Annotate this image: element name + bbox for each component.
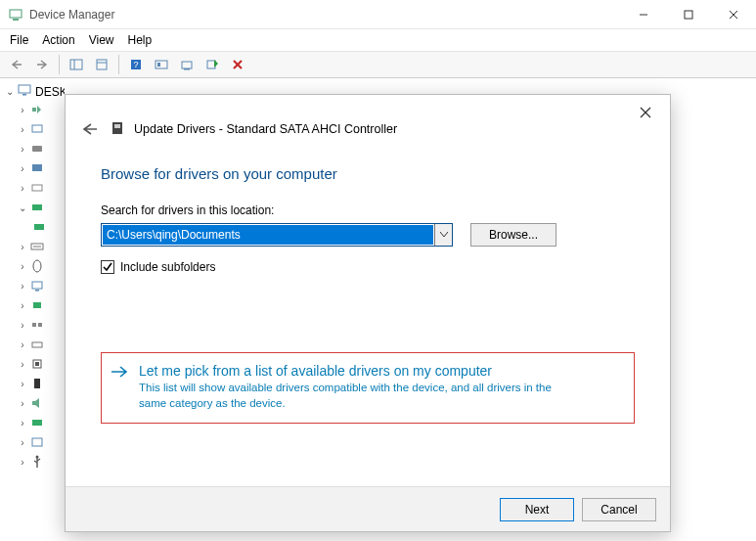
tree-item[interactable]: › xyxy=(18,355,65,373)
tree-item[interactable]: ⌄ xyxy=(18,199,65,216)
svg-rect-25 xyxy=(32,185,42,191)
svg-rect-39 xyxy=(34,379,40,388)
chevron-right-icon: › xyxy=(18,105,27,115)
svg-rect-1 xyxy=(13,19,19,21)
include-subfolders-checkbox[interactable] xyxy=(101,260,114,274)
arrow-right-icon xyxy=(110,363,129,384)
window-title: Device Manager xyxy=(29,8,114,22)
scan-hardware-button[interactable] xyxy=(151,54,172,75)
tree-root[interactable]: ⌄ DESKTOP-LDIDKBU xyxy=(6,84,65,99)
dialog-close-button[interactable] xyxy=(631,101,660,124)
chevron-right-icon: › xyxy=(18,418,27,428)
chevron-right-icon: › xyxy=(18,300,27,311)
usb-icon xyxy=(29,455,45,469)
tree-item[interactable]: › xyxy=(18,375,65,392)
svg-rect-22 xyxy=(32,125,42,132)
show-hide-console-tree-button[interactable] xyxy=(66,54,87,75)
tree-item[interactable]: › xyxy=(18,238,65,255)
tree-item[interactable]: › xyxy=(18,277,65,294)
minimize-button[interactable] xyxy=(621,0,666,29)
dialog-footer: Next Cancel xyxy=(66,486,670,531)
tree-item[interactable]: › xyxy=(18,140,65,158)
dialog-header: Update Drivers - Standard SATA AHCI Cont… xyxy=(66,95,670,148)
properties-button[interactable] xyxy=(91,54,112,75)
nav-back-button[interactable] xyxy=(6,54,27,75)
enable-device-button[interactable] xyxy=(201,54,223,75)
computer-icon xyxy=(18,84,31,99)
svg-rect-33 xyxy=(33,302,41,308)
svg-rect-40 xyxy=(32,420,42,426)
tree-item[interactable]: › xyxy=(18,101,65,118)
sound-icon xyxy=(29,396,45,410)
toolbar: ? xyxy=(0,51,756,78)
browse-button[interactable]: Browse... xyxy=(470,223,556,247)
svg-rect-47 xyxy=(114,124,120,128)
chevron-down-icon[interactable] xyxy=(434,224,452,246)
tree-item[interactable]: › xyxy=(18,433,65,451)
menubar: File Action View Help xyxy=(0,29,756,51)
tree-item[interactable]: › xyxy=(18,257,65,275)
chevron-right-icon: › xyxy=(18,183,27,194)
tree-item[interactable] xyxy=(31,218,65,236)
pick-from-list-description: This list will show available drivers co… xyxy=(139,381,569,411)
network-icon xyxy=(29,298,45,312)
print-queue-icon xyxy=(29,338,45,351)
svg-rect-3 xyxy=(685,11,692,19)
mouse-icon xyxy=(29,259,45,273)
svg-rect-23 xyxy=(32,146,42,152)
tree-item[interactable]: › xyxy=(18,394,65,412)
svg-rect-27 xyxy=(34,224,44,230)
next-button[interactable]: Next xyxy=(500,498,574,521)
uninstall-device-button[interactable] xyxy=(227,54,248,75)
search-location-label: Search for drivers in this location: xyxy=(101,203,635,217)
chevron-right-icon: › xyxy=(18,163,27,174)
svg-text:?: ? xyxy=(133,60,138,69)
dialog-back-button[interactable] xyxy=(77,117,101,141)
tree-item[interactable]: › xyxy=(18,316,65,334)
menu-help[interactable]: Help xyxy=(128,33,153,47)
audio-icon xyxy=(29,103,45,116)
keyboard-icon xyxy=(29,240,45,253)
hid-icon xyxy=(29,181,45,195)
pick-from-list-title: Let me pick from a list of available dri… xyxy=(139,363,569,379)
svg-rect-41 xyxy=(32,438,42,446)
chevron-down-icon: ⌄ xyxy=(18,203,27,213)
chevron-right-icon: › xyxy=(18,320,27,331)
include-subfolders-label: Include subfolders xyxy=(120,260,215,274)
tree-item[interactable]: › xyxy=(18,414,65,431)
help-button[interactable]: ? xyxy=(125,54,147,75)
update-driver-button[interactable] xyxy=(176,54,198,75)
processor-icon xyxy=(29,357,45,371)
chevron-right-icon: › xyxy=(18,124,27,135)
tree-item[interactable]: › xyxy=(18,120,65,138)
nav-forward-button[interactable] xyxy=(31,54,53,75)
chevron-right-icon: › xyxy=(18,359,27,370)
port-icon xyxy=(29,318,45,332)
tree-item[interactable]: › xyxy=(18,453,65,471)
menu-file[interactable]: File xyxy=(10,33,28,47)
svg-rect-14 xyxy=(182,62,192,68)
svg-rect-19 xyxy=(19,85,30,93)
disk-icon xyxy=(111,120,124,139)
titlebar: Device Manager xyxy=(0,0,756,29)
update-drivers-dialog: Update Drivers - Standard SATA AHCI Cont… xyxy=(65,94,671,532)
svg-rect-6 xyxy=(70,60,82,69)
tree-item[interactable]: › xyxy=(18,296,65,314)
chevron-right-icon: › xyxy=(18,437,27,448)
system-device-icon xyxy=(29,435,45,449)
close-button[interactable] xyxy=(711,0,756,29)
maximize-button[interactable] xyxy=(666,0,711,29)
svg-rect-20 xyxy=(22,94,26,96)
computer-icon xyxy=(29,122,45,136)
driver-path-combo[interactable]: C:\Users\qing\Documents xyxy=(101,223,453,247)
device-tree[interactable]: ⌄ DESKTOP-LDIDKBU › › › › › ⌄ › › › › › … xyxy=(0,78,65,541)
svg-rect-35 xyxy=(38,323,42,327)
pick-from-list-option[interactable]: Let me pick from a list of available dri… xyxy=(101,352,635,424)
tree-item[interactable]: › xyxy=(18,159,65,177)
cancel-button[interactable]: Cancel xyxy=(582,498,656,521)
menu-view[interactable]: View xyxy=(89,33,114,47)
svg-point-30 xyxy=(33,260,41,272)
tree-item[interactable]: › xyxy=(18,179,65,197)
tree-item[interactable]: › xyxy=(18,336,65,353)
menu-action[interactable]: Action xyxy=(42,33,74,47)
